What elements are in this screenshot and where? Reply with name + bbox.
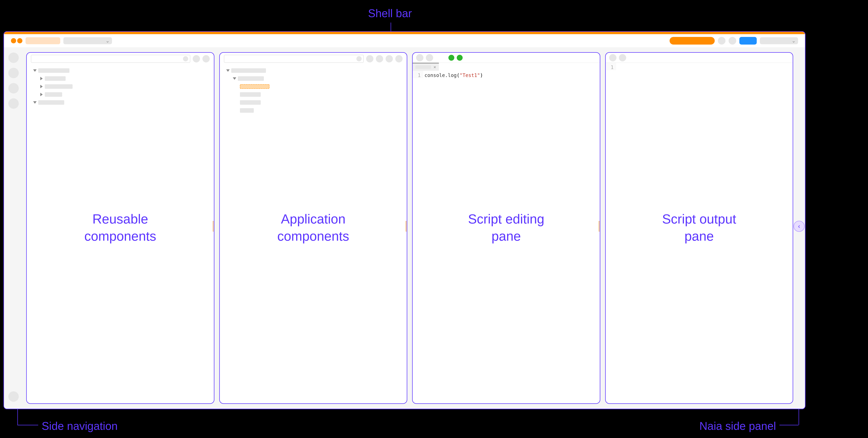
toolbar-icon[interactable] — [619, 54, 626, 61]
side-nav-label: Side navigation — [42, 419, 118, 433]
code-body[interactable]: console.log("Test1") — [423, 71, 483, 78]
search-input[interactable] — [31, 55, 190, 63]
primary-action-button[interactable] — [670, 37, 715, 44]
tab-strip: × — [413, 63, 600, 71]
script-output-pane: 1 Script outputpane — [605, 52, 793, 404]
caret-down-icon — [233, 77, 236, 80]
app-shell: ⌄ ⌄ — [3, 31, 806, 409]
workspace: Reusablecomponents — [4, 47, 805, 409]
side-nav-line-h — [18, 425, 38, 425]
component-tree — [27, 65, 214, 108]
resize-handle[interactable] — [213, 221, 214, 232]
pane-caption: Reusablecomponents — [27, 210, 214, 245]
nav-item-1[interactable] — [8, 53, 19, 63]
toolbar-icon[interactable] — [193, 55, 200, 62]
resize-handle[interactable] — [598, 221, 600, 232]
component-tree — [220, 65, 407, 116]
toolbar-icon[interactable] — [416, 54, 424, 61]
side-nav-line-v — [18, 409, 18, 425]
user-badge[interactable] — [739, 37, 757, 44]
nav-item-4[interactable] — [8, 98, 19, 109]
tree-node[interactable] — [34, 99, 207, 106]
shellbar-label-line — [391, 23, 391, 31]
tree-node[interactable] — [34, 67, 207, 74]
tree-node[interactable] — [240, 106, 400, 114]
pane-caption: Script editingpane — [413, 210, 600, 245]
naia-line-h — [779, 425, 799, 425]
naia-side-panel: ‹ — [798, 47, 805, 409]
user-menu[interactable]: ⌄ — [760, 37, 798, 44]
caret-right-icon — [40, 93, 43, 96]
panes-container: Reusablecomponents — [23, 47, 798, 409]
toolbar-icon[interactable] — [203, 55, 210, 62]
naia-panel-label: Naia side panel — [672, 419, 776, 433]
tree-node[interactable] — [40, 74, 207, 82]
chevron-left-icon: ‹ — [798, 223, 800, 230]
output-body — [616, 63, 618, 70]
line-gutter: 1 — [413, 71, 423, 78]
output-tabbar — [606, 53, 793, 63]
run-button[interactable] — [448, 55, 454, 61]
toolbar-icon[interactable] — [426, 54, 433, 61]
side-navigation — [4, 47, 23, 409]
caret-down-icon — [33, 69, 37, 72]
pane-caption: Applicationcomponents — [220, 210, 407, 245]
toolbar-icon[interactable] — [376, 55, 383, 62]
toolbar-icon[interactable] — [385, 55, 393, 62]
context-selector[interactable]: ⌄ — [63, 37, 112, 44]
application-components-pane: Applicationcomponents — [219, 52, 407, 404]
caret-right-icon — [40, 77, 43, 80]
tree-node[interactable] — [40, 82, 207, 91]
output-area: 1 — [606, 63, 793, 70]
toolbar-icon[interactable] — [366, 55, 373, 62]
naia-toggle-button[interactable]: ‹ — [794, 221, 805, 232]
debug-button[interactable] — [457, 55, 463, 61]
caret-down-icon — [226, 69, 230, 72]
search-icon — [356, 56, 362, 61]
nav-item-2[interactable] — [8, 68, 19, 78]
pane-toolbar — [220, 53, 407, 65]
naia-line-v — [799, 409, 799, 425]
tree-node[interactable] — [227, 67, 400, 74]
script-editing-pane: × 1 console.log("Test1") Script editingp… — [412, 52, 600, 404]
pane-toolbar — [27, 53, 214, 65]
line-gutter: 1 — [606, 63, 616, 70]
chevron-down-icon: ⌄ — [792, 38, 796, 44]
code-editor[interactable]: 1 console.log("Test1") — [413, 71, 600, 78]
chevron-down-icon: ⌄ — [105, 38, 110, 44]
caret-right-icon — [40, 85, 43, 88]
app-logo — [11, 38, 22, 43]
close-tab-icon[interactable]: × — [433, 65, 436, 70]
search-icon — [183, 56, 188, 61]
header-icon-2[interactable] — [728, 37, 736, 44]
app-name-chip[interactable] — [26, 37, 60, 44]
header-icon-1[interactable] — [718, 37, 725, 44]
pane-caption: Script outputpane — [606, 210, 793, 245]
resize-handle[interactable] — [406, 221, 407, 232]
tree-node[interactable] — [240, 91, 400, 99]
caret-down-icon — [33, 101, 37, 104]
tree-node[interactable] — [240, 99, 400, 106]
tree-node-selected[interactable] — [240, 82, 400, 91]
nav-item-3[interactable] — [8, 83, 19, 94]
file-tab[interactable]: × — [413, 63, 439, 71]
tree-node[interactable] — [233, 74, 400, 82]
search-input[interactable] — [224, 55, 364, 63]
shell-bar: ⌄ ⌄ — [4, 32, 805, 47]
toolbar-icon[interactable] — [395, 55, 403, 62]
shellbar-label: Shell bar — [368, 7, 412, 20]
reusable-components-pane: Reusablecomponents — [26, 52, 214, 404]
tree-node[interactable] — [40, 91, 207, 99]
nav-item-bottom[interactable] — [8, 391, 19, 402]
toolbar-icon[interactable] — [609, 54, 616, 61]
editor-tabbar — [413, 53, 600, 63]
